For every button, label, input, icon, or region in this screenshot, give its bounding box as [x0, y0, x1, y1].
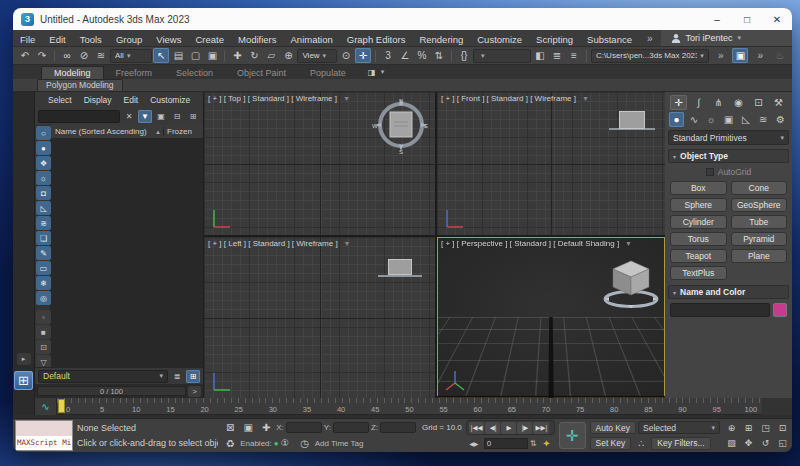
primitive-category-dropdown[interactable]: Standard Primitives ▾: [668, 130, 789, 145]
mirror-icon[interactable]: ◧: [532, 48, 548, 63]
filter-icon[interactable]: ▼: [138, 110, 152, 123]
viewport-layout-tab-button[interactable]: ⊞: [14, 371, 33, 390]
display-geometry-icon[interactable]: ●: [36, 141, 51, 155]
ribbon-tab[interactable]: Object Paint: [225, 67, 298, 79]
maximize-button[interactable]: □: [732, 8, 762, 30]
cameras-icon[interactable]: ▣: [721, 112, 736, 127]
display-none-icon[interactable]: ○: [36, 126, 51, 140]
set-key-button[interactable]: Set Key: [590, 437, 632, 450]
select-and-move-icon[interactable]: ✚: [229, 48, 245, 63]
zoom-icon[interactable]: ⊕: [724, 421, 739, 434]
viewport-filter-icon[interactable]: ▼: [625, 240, 632, 247]
shapes-icon[interactable]: ∿: [686, 112, 701, 127]
align-icon[interactable]: ≣: [549, 48, 565, 63]
menu-overflow-icon[interactable]: »: [639, 33, 661, 44]
menu-item[interactable]: File: [13, 34, 42, 45]
menu-item[interactable]: Tools: [73, 34, 109, 45]
use-pivot-center-icon[interactable]: ⊙: [338, 48, 354, 63]
window-crossing-icon[interactable]: ▣: [204, 48, 220, 63]
current-frame-field[interactable]: [484, 438, 528, 449]
redo-icon[interactable]: ↷: [34, 48, 50, 63]
object-type-button[interactable]: Box: [670, 181, 727, 195]
percent-snap-icon[interactable]: %: [414, 48, 430, 63]
mini-curve-editor-button[interactable]: ∿: [35, 398, 57, 415]
display-helpers-icon[interactable]: ◺: [36, 201, 51, 215]
orbit-icon[interactable]: ↺: [758, 437, 773, 450]
macro-recorder-pane[interactable]: [16, 421, 72, 436]
geometry-icon[interactable]: ●: [669, 112, 684, 127]
selection-filter-dropdown[interactable]: All ▾: [110, 49, 152, 63]
display-frozen-icon[interactable]: ❄: [36, 276, 51, 290]
expand-all-icon[interactable]: ⊞: [186, 110, 200, 123]
play-icon[interactable]: ▶: [501, 422, 516, 434]
maxscript-mini-listener[interactable]: MAXScript Mi: [15, 420, 73, 451]
menu-item[interactable]: Views: [149, 34, 188, 45]
scene-object-list[interactable]: [51, 139, 203, 367]
clear-search-icon[interactable]: ✕: [122, 110, 136, 123]
ribbon-tab[interactable]: Selection: [164, 67, 225, 79]
menu-item[interactable]: Create: [188, 34, 231, 45]
layout-flyout-icon[interactable]: ▸: [17, 353, 31, 365]
menu-item[interactable]: Graph Editors: [340, 34, 413, 45]
display-bones-icon[interactable]: ✎: [36, 246, 51, 260]
modify-tab-icon[interactable]: ∫: [690, 95, 707, 110]
select-and-place-icon[interactable]: ⊕: [280, 48, 296, 63]
angle-snap-icon[interactable]: ∠: [397, 48, 413, 63]
viewport-left-label[interactable]: [ + ] [ Left ] [ Standard ] [ Wireframe …: [208, 239, 338, 248]
object-color-swatch[interactable]: [773, 303, 787, 317]
box-object[interactable]: [619, 111, 645, 129]
signin-user-menu[interactable]: Tori iPentec ▾: [661, 30, 792, 46]
isolate-selection-icon[interactable]: ⊠: [222, 420, 238, 435]
unlink-selection-icon[interactable]: ⊘: [76, 48, 92, 63]
hierarchy-tab-icon[interactable]: ⋔: [710, 95, 727, 110]
select-by-name-icon[interactable]: ▤: [170, 48, 186, 63]
object-type-button[interactable]: GeoSphere: [731, 198, 788, 212]
autogrid-checkbox[interactable]: [706, 168, 714, 176]
zoom-region-icon[interactable]: ▧: [724, 437, 739, 450]
close-button[interactable]: ✕: [762, 8, 792, 30]
lights-icon[interactable]: ☼: [704, 112, 719, 127]
display-groups-icon[interactable]: ❏: [36, 231, 51, 245]
go-to-start-icon[interactable]: |◀◀: [469, 422, 485, 434]
spacewarps-icon[interactable]: ≋: [756, 112, 771, 127]
project-folder-dropdown[interactable]: C:\Users\pen...3ds Max 2023 ▾: [591, 49, 709, 63]
pan-icon[interactable]: ✥: [741, 437, 756, 450]
y-coordinate-field[interactable]: [333, 422, 369, 433]
menu-item[interactable]: Rendering: [412, 34, 470, 45]
helpers-icon[interactable]: ◺: [738, 112, 753, 127]
object-type-button[interactable]: Sphere: [670, 198, 727, 212]
systems-icon[interactable]: ⚙: [773, 112, 788, 127]
display-spacewarps-icon[interactable]: ≋: [36, 216, 51, 230]
ribbon-tab[interactable]: Freeform: [104, 67, 165, 79]
zoom-extents-all-icon[interactable]: ⊡: [775, 421, 790, 434]
object-type-button[interactable]: Cone: [731, 181, 788, 195]
viewport-filter-icon[interactable]: ▼: [582, 95, 589, 102]
render-setup-icon[interactable]: ▣: [732, 48, 748, 63]
spinner-snap-icon[interactable]: ⇅: [431, 48, 447, 63]
viewport-perspective[interactable]: [ + ] [ Perspective ] [ Standard ] [ Def…: [437, 237, 665, 398]
collapse-all-icon[interactable]: ⊟: [170, 110, 184, 123]
pin-explorer-icon[interactable]: ▫: [36, 310, 51, 324]
object-name-input[interactable]: [670, 303, 770, 317]
object-type-button[interactable]: Pyramid: [731, 232, 788, 246]
menu-item[interactable]: Modifiers: [231, 34, 284, 45]
utilities-tab-icon[interactable]: ⚒: [770, 95, 787, 110]
menu-item[interactable]: Edit: [42, 34, 72, 45]
zoom-extents-icon[interactable]: ◳: [758, 421, 773, 434]
selection-set-dropdown[interactable]: Selected ▾: [638, 421, 720, 434]
viewport-front-label[interactable]: [ + ] [ Front ] [ Standard ] [ Wireframe…: [441, 94, 576, 103]
add-time-tag-button[interactable]: Add Time Tag: [315, 439, 364, 448]
display-shapes-icon[interactable]: ❖: [36, 156, 51, 170]
maxscript-pane[interactable]: MAXScript Mi: [16, 436, 72, 451]
viewport-filter-icon[interactable]: ▼: [343, 95, 350, 102]
box-object-3d[interactable]: [595, 247, 665, 319]
render-production-icon[interactable]: ♨: [772, 48, 788, 63]
create-tab-icon[interactable]: ✛: [670, 95, 687, 110]
viewport-top[interactable]: [ + ] [ Top ] [ Standard ] [ Wireframe ]…: [204, 92, 435, 235]
lock-explorer-icon[interactable]: ▣: [154, 110, 168, 123]
display-containers-icon[interactable]: ▭: [36, 261, 51, 275]
frame-spinner-icon[interactable]: ⇅: [530, 439, 537, 448]
z-coordinate-field[interactable]: [380, 422, 416, 433]
select-and-manipulate-icon[interactable]: ✛: [355, 48, 371, 63]
toolbar-overflow-icon[interactable]: »: [749, 50, 771, 61]
